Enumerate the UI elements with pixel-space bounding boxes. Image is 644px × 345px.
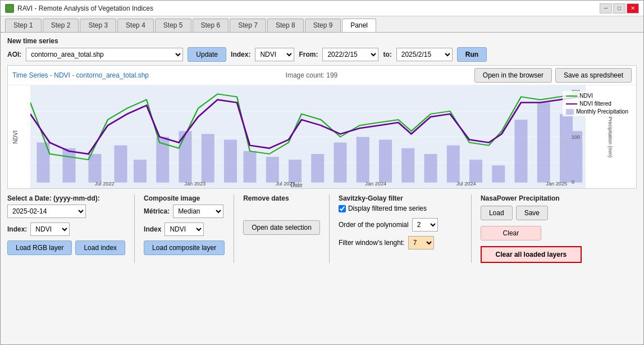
savitzky-section: Savitzky-Golay filter Display filtered t…	[339, 194, 462, 249]
tab-step2[interactable]: Step 2	[43, 19, 79, 32]
composite-index-row: Index NDVI	[144, 223, 225, 236]
nasa-save-button[interactable]: Save	[516, 206, 548, 220]
svg-rect-26	[537, 103, 550, 183]
aoi-row: AOI: contorno_area_total.shp Update Inde…	[7, 47, 637, 62]
section-title: New time series	[7, 37, 637, 45]
display-filtered-checkbox[interactable]	[339, 205, 346, 212]
svg-rect-19	[379, 140, 392, 183]
precipitation-bar-icon	[566, 109, 574, 115]
composite-index-label: Index	[144, 225, 161, 233]
svg-text:Jan 2025: Jan 2025	[546, 181, 567, 186]
open-date-row: Open date selection	[243, 220, 320, 235]
svg-text:Jul 2024: Jul 2024	[456, 181, 476, 186]
svg-text:Jan 2024: Jan 2024	[365, 181, 386, 186]
index-label-bottom: Index:	[7, 225, 27, 233]
chart-header-buttons: Open in the browser Save as spredsheet	[474, 68, 632, 83]
legend-ndvi-label: NDVI	[579, 93, 593, 99]
metrica-select[interactable]: Median	[173, 205, 223, 218]
aoi-label: AOI:	[7, 51, 21, 58]
tab-step5[interactable]: Step 5	[155, 19, 191, 32]
load-composite-row: Load composite layer	[144, 240, 225, 255]
tab-step6[interactable]: Step 6	[193, 19, 229, 32]
main-content: New time series AOI: contorno_area_total…	[1, 33, 643, 344]
ndvi-line-icon	[566, 96, 577, 97]
tab-step4[interactable]: Step 4	[117, 19, 154, 32]
select-date-label: Select a Date: (yyyy-mm-dd):	[7, 194, 125, 202]
legend-ndvi: NDVI	[566, 93, 628, 99]
load-composite-button[interactable]: Load composite layer	[144, 240, 225, 255]
date-select[interactable]: 2025-02-14	[7, 205, 86, 218]
divider-1	[134, 194, 135, 263]
svg-text:Jan 2023: Jan 2023	[184, 181, 205, 186]
savitzky-label: Savitzky-Golay filter	[339, 194, 462, 202]
nasa-load-button[interactable]: Load	[481, 206, 513, 220]
tab-step3[interactable]: Step 3	[80, 19, 116, 32]
to-date-select[interactable]: 2025/2/15	[396, 48, 453, 61]
svg-rect-13	[244, 151, 257, 183]
aoi-select[interactable]: contorno_area_total.shp	[26, 48, 183, 61]
composite-label: Composite image	[144, 194, 225, 202]
svg-rect-24	[492, 165, 505, 183]
composite-index-select[interactable]: NDVI	[165, 223, 204, 236]
svg-rect-11	[202, 134, 214, 182]
svg-rect-21	[424, 154, 437, 183]
svg-rect-27	[560, 114, 573, 183]
clear-all-button[interactable]: Clear all loaded layers	[481, 246, 582, 263]
nasa-clear-row: Clear	[481, 226, 582, 240]
legend-precipitation: Monthly Precipitation	[566, 108, 628, 115]
minimize-button[interactable]: ─	[600, 3, 612, 13]
svg-rect-17	[334, 143, 347, 183]
date-row: 2025-02-14	[7, 205, 125, 218]
open-browser-button[interactable]: Open in the browser	[474, 68, 552, 83]
nasa-clear-button[interactable]: Clear	[481, 226, 541, 240]
divider-4	[471, 194, 472, 263]
metrica-row: Métrica: Median	[144, 205, 225, 218]
nasa-section: NasaPower Precipitation Load Save Clear …	[481, 194, 582, 263]
svg-rect-6	[89, 154, 102, 183]
y-axis-label: NDVI	[12, 130, 19, 144]
tab-step8[interactable]: Step 8	[267, 19, 304, 32]
tab-step7[interactable]: Step 7	[230, 19, 266, 32]
tab-step1[interactable]: Step 1	[5, 19, 42, 32]
run-button[interactable]: Run	[457, 47, 487, 62]
open-date-selection-button[interactable]: Open date selection	[243, 220, 320, 235]
composite-section: Composite image Métrica: Median Index ND…	[144, 194, 225, 255]
tab-bar: Step 1 Step 2 Step 3 Step 4 Step 5 Step …	[1, 16, 643, 33]
save-spreadsheet-button[interactable]: Save as spredsheet	[555, 68, 632, 83]
clear-all-row: Clear all loaded layers	[481, 246, 582, 263]
window-controls: ─ □ ✕	[600, 3, 639, 13]
from-date-select[interactable]: 2022/2/15	[322, 48, 378, 61]
close-button[interactable]: ✕	[627, 3, 639, 13]
index-select-bottom[interactable]: NDVI	[30, 223, 70, 236]
svg-rect-15	[289, 160, 302, 183]
filter-window-row: Filter window's lenght: 7	[339, 236, 462, 249]
maximize-button[interactable]: □	[613, 3, 625, 13]
tab-panel[interactable]: Panel	[342, 19, 376, 32]
metrica-label: Métrica:	[144, 207, 170, 215]
svg-rect-16	[311, 154, 324, 183]
chart-area: Time Series - NDVI - contorno_area_total…	[7, 65, 637, 189]
index-select[interactable]: NDVI	[255, 48, 294, 61]
divider-2	[234, 194, 234, 263]
order-select[interactable]: 2	[412, 218, 438, 231]
title-bar: 🌿 RAVI - Remote Analysis of Vegetation I…	[1, 1, 643, 16]
svg-rect-8	[134, 160, 147, 183]
filter-window-label: Filter window's lenght:	[339, 239, 405, 247]
window-title: RAVI - Remote Analysis of Vegetation Ind…	[17, 4, 153, 12]
tab-step9[interactable]: Step 9	[305, 19, 341, 32]
app-icon: 🌿	[5, 4, 14, 13]
update-button[interactable]: Update	[188, 47, 226, 62]
to-label: to:	[383, 51, 391, 58]
load-rgb-button[interactable]: Load RGB layer	[7, 240, 72, 255]
legend-precipitation-label: Monthly Precipitation	[576, 108, 628, 115]
filter-window-select[interactable]: 7	[408, 236, 434, 249]
chart-svg: 0.2 0.4 0.6 0.8 Jul 2022 Jan 2023 Jul 20…	[30, 85, 586, 188]
new-time-series-section: New time series AOI: contorno_area_total…	[7, 37, 637, 62]
load-index-button[interactable]: Load index	[75, 240, 125, 255]
svg-rect-22	[447, 146, 460, 183]
divider-3	[329, 194, 330, 263]
svg-rect-23	[469, 160, 482, 183]
svg-rect-25	[515, 120, 528, 183]
legend-ndvi-filtered-label: NDVI filtered	[579, 101, 611, 107]
x-axis-label: Date	[291, 182, 303, 188]
